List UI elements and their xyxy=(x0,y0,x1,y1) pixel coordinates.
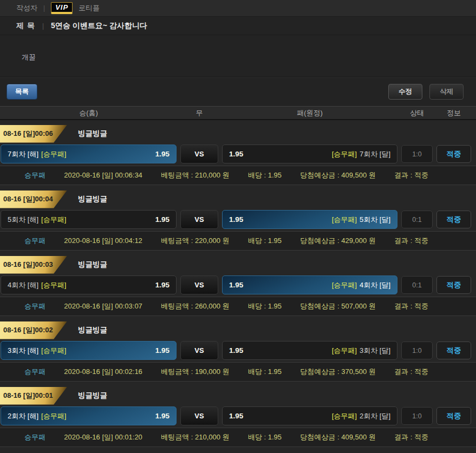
vs-divider: VS xyxy=(180,341,218,360)
away-pick-label: [승무패] xyxy=(332,346,357,356)
bet-amount: 베팅금액 : 190,000 원 xyxy=(161,367,229,377)
away-pick-label: [승무패] xyxy=(332,280,357,290)
record-block: 08-16 [일]00:06 빙글빙글 7회차 [해] [승무패] 1.95 V… xyxy=(0,124,476,185)
record-banner: 08-16 [일]00:02 빙글빙글 xyxy=(0,321,476,339)
author-name: 로티플 xyxy=(79,3,100,13)
result-info-text: 적중 xyxy=(447,149,461,159)
away-round-label: 2회차 [달] xyxy=(360,411,390,421)
match-row: 3회차 [해] [승무패] 1.95 VS 1.95 [승무패] 3회차 [달]… xyxy=(0,340,476,360)
result-info-text: 적중 xyxy=(447,215,461,225)
result-info-button[interactable]: 적중 xyxy=(436,276,471,294)
record-block: 08-16 [일]00:02 빙글빙글 3회차 [해] [승무패] 1.95 V… xyxy=(0,321,476,382)
bet-detail-row: 승무패 2020-08-16 [일] 00:02:16 베팅금액 : 190,0… xyxy=(0,362,476,382)
away-bet-cell[interactable]: 1.95 [승무패] 5회차 [달] xyxy=(222,210,397,229)
vip-badge: VIP xyxy=(51,2,73,14)
away-round-label: 4회차 [달] xyxy=(360,280,390,290)
vs-divider: VS xyxy=(180,210,218,229)
score-text: 0:1 xyxy=(412,281,421,289)
result-info-button[interactable]: 적중 xyxy=(436,211,471,228)
result-info-text: 적중 xyxy=(447,346,461,356)
home-odds: 1.95 xyxy=(155,215,169,224)
bet-datetime: 2020-08-16 [일] 00:02:16 xyxy=(64,367,142,377)
record-date: 08-16 [일]00:01 xyxy=(3,391,53,401)
home-pick-label: [승무패] xyxy=(41,411,66,421)
records-list: 08-16 [일]00:06 빙글빙글 7회차 [해] [승무패] 1.95 V… xyxy=(0,120,476,447)
home-pick-label: [승무패] xyxy=(41,346,66,356)
bet-datetime: 2020-08-16 [일] 00:04:12 xyxy=(64,236,142,246)
list-button[interactable]: 목록 xyxy=(6,84,37,100)
result-info-button[interactable]: 적중 xyxy=(436,145,471,163)
bet-result: 결과 : 적중 xyxy=(394,301,428,311)
toolbar: 목록 수정 삭제 xyxy=(0,77,476,106)
date-ribbon: 08-16 [일]00:06 xyxy=(0,125,67,143)
bet-datetime: 2020-08-16 [일] 00:06:34 xyxy=(64,170,142,180)
away-odds: 1.95 xyxy=(229,281,243,289)
title-bar: 제 목 | 5연승 이벤트요~ 감사합니다 xyxy=(0,17,476,35)
bet-odds: 배당 : 1.95 xyxy=(248,236,282,246)
header-home-win: 승(홈) xyxy=(1,108,177,118)
away-odds: 1.95 xyxy=(229,412,243,420)
status-score-badge: 1:0 xyxy=(401,407,433,425)
bet-result: 결과 : 적중 xyxy=(394,170,428,180)
title-label: 제 목 xyxy=(16,21,35,31)
away-odds: 1.95 xyxy=(229,346,243,354)
home-round-label: 3회차 [해] xyxy=(8,346,38,356)
match-row: 5회차 [해] [승무패] 1.95 VS 1.95 [승무패] 5회차 [달]… xyxy=(0,209,476,229)
bet-result: 결과 : 적중 xyxy=(394,236,428,246)
away-pick-label: [승무패] xyxy=(332,149,357,159)
match-row: 7회차 [해] [승무패] 1.95 VS 1.95 [승무패] 7회차 [달]… xyxy=(0,144,476,164)
edit-button[interactable]: 수정 xyxy=(388,84,422,100)
status-score-badge: 0:1 xyxy=(401,211,433,228)
score-text: 0:1 xyxy=(412,216,421,224)
home-odds: 1.95 xyxy=(155,150,169,158)
bet-type: 승무패 xyxy=(24,170,45,180)
bet-type: 승무패 xyxy=(24,432,45,442)
result-info-text: 적중 xyxy=(447,280,461,290)
home-round-label: 2회차 [해] xyxy=(8,411,38,421)
bet-result: 결과 : 적중 xyxy=(394,432,428,442)
table-header: 승(홈) 무 패(원정) 상태 정보 xyxy=(0,106,476,120)
record-banner: 08-16 [일]00:06 빙글빙글 xyxy=(0,124,476,143)
vs-divider: VS xyxy=(180,145,218,163)
record-banner: 08-16 [일]00:03 빙글빙글 xyxy=(0,255,476,274)
post-title: 5연승 이벤트요~ 감사합니다 xyxy=(51,21,147,31)
game-name: 빙글빙글 xyxy=(78,129,107,139)
result-info-text: 적중 xyxy=(447,411,461,421)
bet-detail-row: 승무패 2020-08-16 [일] 00:03:07 베팅금액 : 260,0… xyxy=(0,297,476,316)
date-ribbon: 08-16 [일]00:01 xyxy=(0,387,67,405)
away-bet-cell[interactable]: 1.95 [승무패] 3회차 [달] xyxy=(222,341,397,360)
bet-result: 결과 : 적중 xyxy=(394,367,428,377)
home-bet-cell[interactable]: 5회차 [해] [승무패] 1.95 xyxy=(1,210,177,229)
record-block: 08-16 [일]00:03 빙글빙글 4회차 [해] [승무패] 1.95 V… xyxy=(0,255,476,316)
bet-amount: 베팅금액 : 210,000 원 xyxy=(161,170,229,180)
home-pick-label: [승무패] xyxy=(41,215,66,225)
home-bet-cell[interactable]: 2회차 [해] [승무패] 1.95 xyxy=(1,406,177,425)
score-text: 1:0 xyxy=(412,412,421,420)
home-round-label: 7회차 [해] xyxy=(8,149,38,159)
delete-button[interactable]: 삭제 xyxy=(429,84,464,100)
home-bet-cell[interactable]: 4회차 [해] [승무패] 1.95 xyxy=(1,275,177,294)
away-bet-cell[interactable]: 1.95 [승무패] 4회차 [달] xyxy=(222,275,397,294)
home-odds: 1.95 xyxy=(155,346,169,354)
record-banner: 08-16 [일]00:04 빙글빙글 xyxy=(0,190,476,208)
result-info-button[interactable]: 적중 xyxy=(436,342,471,359)
home-round-label: 4회차 [해] xyxy=(8,280,38,290)
away-bet-cell[interactable]: 1.95 [승무패] 7회차 [달] xyxy=(222,145,397,163)
home-pick-label: [승무패] xyxy=(41,149,66,159)
result-info-button[interactable]: 적중 xyxy=(436,407,471,425)
away-odds: 1.95 xyxy=(229,150,243,158)
bet-type: 승무패 xyxy=(24,367,45,377)
away-bet-cell[interactable]: 1.95 [승무패] 2회차 [달] xyxy=(222,406,397,425)
match-row: 4회차 [해] [승무패] 1.95 VS 1.95 [승무패] 4회차 [달]… xyxy=(0,275,476,295)
header-draw: 무 xyxy=(180,108,218,118)
bet-odds: 배당 : 1.95 xyxy=(248,367,282,377)
record-date: 08-16 [일]00:06 xyxy=(3,129,53,139)
bet-expected-winnings: 당첨예상금 : 409,500 원 xyxy=(300,432,375,442)
home-bet-cell[interactable]: 3회차 [해] [승무패] 1.95 xyxy=(1,341,177,360)
vs-label: VS xyxy=(194,281,204,289)
record-date: 08-16 [일]00:03 xyxy=(3,260,53,270)
author-label: 작성자 xyxy=(16,3,37,13)
home-bet-cell[interactable]: 7회차 [해] [승무패] 1.95 xyxy=(1,145,177,163)
bet-odds: 배당 : 1.95 xyxy=(248,301,282,311)
home-odds: 1.95 xyxy=(155,412,169,420)
